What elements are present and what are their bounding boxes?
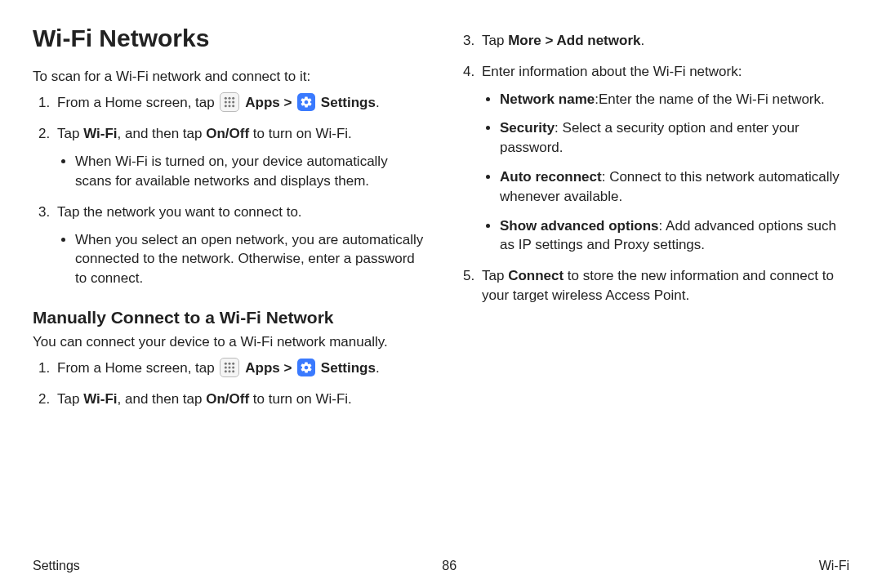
svg-point-16 bbox=[229, 370, 231, 372]
svg-point-9 bbox=[225, 363, 227, 365]
step-2-sub: When Wi-Fi is turned on, your device aut… bbox=[75, 152, 425, 191]
manual-intro: You can connect your device to a Wi-Fi n… bbox=[33, 332, 425, 352]
svg-point-15 bbox=[225, 370, 227, 372]
intro-text: To scan for a Wi-Fi network and connect … bbox=[33, 67, 425, 87]
svg-point-7 bbox=[229, 105, 231, 107]
right-column: Tap More > Add network. Enter informatio… bbox=[457, 24, 849, 531]
svg-point-13 bbox=[229, 367, 231, 369]
svg-point-2 bbox=[233, 97, 235, 100]
footer-right: Wi-Fi bbox=[819, 559, 849, 573]
footer-page-number: 86 bbox=[442, 559, 457, 573]
svg-point-10 bbox=[229, 363, 231, 365]
svg-point-5 bbox=[233, 101, 235, 104]
apps-icon bbox=[220, 358, 239, 377]
manual-step-3: Tap More > Add network. bbox=[479, 31, 849, 51]
svg-point-6 bbox=[225, 105, 227, 107]
settings-label: Settings bbox=[321, 360, 376, 376]
manual-steps: From a Home screen, tap Apps > Settings.… bbox=[33, 359, 425, 409]
page-title: Wi-Fi Networks bbox=[33, 24, 425, 52]
opt-advanced: Show advanced options: Add advanced opti… bbox=[500, 216, 849, 256]
network-options: Network name:Enter the name of the Wi-Fi… bbox=[482, 90, 849, 256]
step-1: From a Home screen, tap Apps > Settings. bbox=[54, 93, 425, 114]
left-column: Wi-Fi Networks To scan for a Wi-Fi netwo… bbox=[33, 24, 425, 531]
settings-icon bbox=[297, 359, 315, 376]
apps-label: Apps bbox=[245, 360, 280, 376]
opt-network-name: Network name:Enter the name of the Wi-Fi… bbox=[500, 90, 849, 109]
apps-icon bbox=[220, 92, 239, 112]
settings-icon bbox=[297, 93, 315, 111]
step-3: Tap the network you want to connect to. … bbox=[54, 203, 425, 288]
page-footer: Settings 86 Wi-Fi bbox=[33, 559, 849, 573]
svg-point-11 bbox=[233, 363, 235, 365]
step-3-sub: When you select an open network, you are… bbox=[75, 230, 425, 288]
manual-step-2: Tap Wi-Fi, and then tap On/Off to turn o… bbox=[54, 390, 425, 409]
svg-point-1 bbox=[229, 97, 231, 100]
svg-point-8 bbox=[233, 105, 235, 107]
manual-step-1: From a Home screen, tap Apps > Settings. bbox=[54, 359, 425, 379]
manual-heading: Manually Connect to a Wi-Fi Network bbox=[33, 308, 425, 327]
step-2: Tap Wi-Fi, and then tap On/Off to turn o… bbox=[54, 124, 425, 190]
manual-steps-cont: Tap More > Add network. Enter informatio… bbox=[457, 31, 849, 305]
svg-point-4 bbox=[229, 101, 231, 104]
footer-left: Settings bbox=[33, 559, 80, 573]
scan-steps: From a Home screen, tap Apps > Settings.… bbox=[33, 93, 425, 288]
opt-auto-reconnect: Auto reconnect: Connect to this network … bbox=[500, 167, 849, 207]
svg-point-17 bbox=[233, 370, 235, 372]
svg-point-0 bbox=[225, 97, 227, 100]
apps-label: Apps bbox=[245, 95, 280, 110]
manual-step-5: Tap Connect to store the new information… bbox=[479, 266, 849, 305]
settings-label: Settings bbox=[321, 95, 376, 110]
manual-step-4: Enter information about the Wi-Fi networ… bbox=[479, 62, 849, 255]
svg-point-12 bbox=[225, 367, 227, 369]
opt-security: Security: Select a security option and e… bbox=[500, 118, 849, 158]
svg-point-14 bbox=[233, 367, 235, 369]
svg-point-3 bbox=[225, 101, 227, 104]
